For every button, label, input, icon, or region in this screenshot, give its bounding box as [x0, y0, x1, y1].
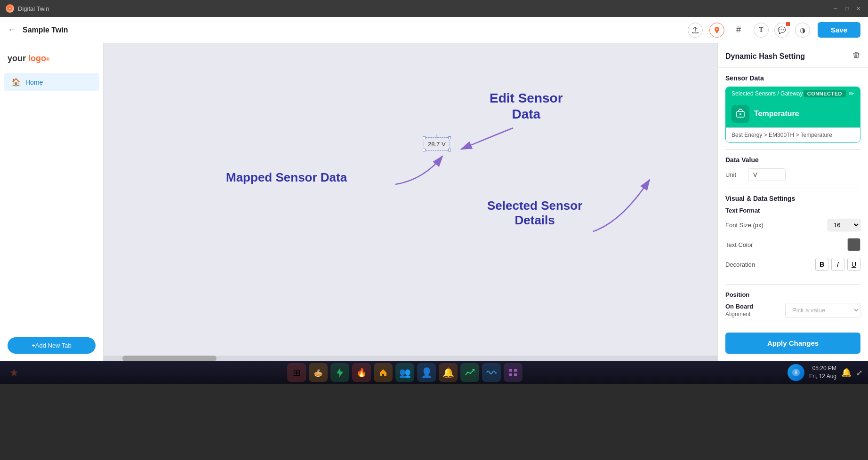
- sensor-value: 28.7 V: [428, 141, 446, 148]
- visual-settings-section: Visual & Data Settings Text Format Font …: [718, 188, 868, 284]
- svg-rect-9: [509, 373, 512, 376]
- taskbar-brand-icon[interactable]: [788, 364, 804, 381]
- annotation-selected: Selected SensorDetails: [487, 198, 582, 228]
- minimize-button[interactable]: ─: [831, 4, 840, 13]
- sensor-card: Selected Sensors / Gateway CONNECTED ✏ T…: [725, 87, 860, 143]
- apply-changes-button[interactable]: Apply Changes: [725, 333, 860, 354]
- decoration-buttons: B I U: [815, 258, 860, 271]
- taskbar-app-wave[interactable]: [482, 363, 501, 382]
- save-button[interactable]: Save: [818, 22, 860, 38]
- sensor-path: Best Energy > EM300TH > Temperature: [726, 127, 860, 142]
- svg-rect-10: [514, 373, 517, 376]
- canvas-arrows: [104, 43, 717, 361]
- text-color-swatch[interactable]: [847, 238, 860, 251]
- sensor-header-text: Selected Sensors / Gateway: [731, 90, 803, 97]
- taskbar-app-grid[interactable]: ⊞: [287, 363, 306, 382]
- font-size-select[interactable]: 16 12 14 18 20 24: [828, 219, 860, 231]
- taskbar: ⊞ 🥧 🔥 👥 👤 🔔 05:20 PM Fri, 12 Aug 🔔: [0, 361, 868, 384]
- position-section: Position On Board Alignment Pick a value…: [718, 285, 868, 329]
- taskbar-app-chart[interactable]: 🥧: [309, 363, 328, 382]
- taskbar-center: ⊞ 🥧 🔥 👥 👤 🔔: [287, 363, 522, 382]
- taskbar-app-trend[interactable]: [460, 363, 479, 382]
- toolbar-left: ← Sample Twin: [8, 25, 680, 35]
- taskbar-expand-icon[interactable]: ⤢: [856, 368, 862, 377]
- taskbar-app-grid2[interactable]: [504, 363, 522, 382]
- font-size-row: Font Size (px) 16 12 14 18 20 24: [725, 219, 860, 231]
- alignment-label: Alignment: [725, 311, 753, 317]
- sidebar-nav-home-label: Home: [25, 79, 43, 86]
- hash-button[interactable]: #: [731, 23, 746, 38]
- taskbar-time: 05:20 PM Fri, 12 Aug: [809, 365, 836, 381]
- decoration-row: Decoration B I U: [725, 258, 860, 271]
- connected-badge: CONNECTED: [804, 90, 846, 97]
- sensor-data-label: Sensor Data: [725, 74, 860, 82]
- panel-header: Dynamic Hash Setting: [718, 43, 868, 68]
- upload-button[interactable]: [688, 23, 703, 38]
- unit-label: Unit: [725, 171, 742, 178]
- panel-title: Dynamic Hash Setting: [725, 52, 805, 61]
- underline-button[interactable]: U: [847, 258, 860, 271]
- toolbar-center-icons: #: [688, 23, 746, 38]
- right-panel: Dynamic Hash Setting Sensor Data Selecte…: [717, 43, 868, 361]
- toolbar-right-icons: T 💬 ◑: [754, 23, 810, 38]
- svg-rect-7: [509, 369, 512, 372]
- panel-delete-button[interactable]: [852, 51, 860, 62]
- logo: your logo®: [0, 49, 103, 73]
- canvas-area: 28.7 V Edit SensorData Mapped Sensor Dat…: [104, 43, 717, 361]
- scrollbar-h[interactable]: [104, 356, 717, 361]
- data-value-section: Data Value Unit: [718, 150, 868, 188]
- contrast-button[interactable]: ◑: [795, 23, 810, 38]
- taskbar-app-user[interactable]: 👤: [417, 363, 436, 382]
- app-title: Digital Twin: [18, 5, 49, 12]
- taskbar-system-icon[interactable]: [6, 364, 23, 381]
- svg-rect-8: [514, 369, 517, 372]
- back-button[interactable]: ←: [8, 25, 16, 35]
- close-button[interactable]: ✕: [854, 4, 862, 13]
- sensor-icon: [731, 105, 749, 123]
- taskbar-app-bolt[interactable]: [330, 363, 349, 382]
- sidebar-bottom: +Add New Tab: [0, 330, 103, 361]
- text-color-row: Text Color: [725, 238, 860, 251]
- resize-handle-bl[interactable]: [423, 149, 426, 151]
- taskbar-app-bell[interactable]: 🔔: [439, 363, 458, 382]
- taskbar-app-home[interactable]: [374, 363, 393, 382]
- chat-button[interactable]: 💬: [774, 23, 789, 38]
- on-board-label: On Board: [725, 303, 753, 310]
- sensor-card-header: Selected Sensors / Gateway CONNECTED ✏: [726, 87, 860, 100]
- text-format-label: Text Format: [725, 207, 860, 214]
- resize-handle-tr[interactable]: [448, 136, 451, 139]
- annotation-mapped: Mapped Sensor Data: [226, 170, 347, 185]
- location-button[interactable]: [709, 23, 724, 38]
- taskbar-app-fire[interactable]: 🔥: [352, 363, 371, 382]
- sensor-name: Temperature: [754, 110, 799, 118]
- sidebar: your logo® 🏠 Home +Add New Tab: [0, 43, 104, 361]
- home-icon: 🏠: [11, 78, 21, 87]
- sidebar-item-home[interactable]: 🏠 Home: [4, 73, 99, 91]
- title-bar: Digital Twin ─ □ ✕: [0, 0, 868, 17]
- italic-button[interactable]: I: [831, 258, 844, 271]
- sensor-edit-icon[interactable]: ✏: [849, 90, 854, 97]
- taskbar-app-users[interactable]: 👥: [395, 363, 414, 382]
- decoration-label: Decoration: [725, 261, 755, 268]
- toolbar: ← Sample Twin # T 💬 ◑ Save: [0, 17, 868, 43]
- bold-button[interactable]: B: [815, 258, 828, 271]
- alignment-select[interactable]: Pick a value Left Center Right: [785, 303, 860, 317]
- taskbar-notification-icon[interactable]: 🔔: [841, 367, 852, 378]
- resize-handle-br[interactable]: [448, 149, 451, 151]
- data-value-row: Unit: [725, 168, 860, 181]
- page-title: Sample Twin: [23, 26, 68, 34]
- sensor-widget[interactable]: 28.7 V: [424, 137, 450, 151]
- annotation-edit-sensor: Edit SensorData: [490, 90, 563, 122]
- resize-handle-tl[interactable]: [423, 136, 426, 139]
- sensor-card-body: Temperature: [726, 100, 860, 127]
- maximize-button[interactable]: □: [843, 4, 851, 13]
- text-color-label: Text Color: [725, 241, 753, 248]
- app-icon: [6, 4, 14, 13]
- text-button[interactable]: T: [754, 23, 769, 38]
- unit-input[interactable]: [748, 168, 786, 181]
- position-label: Position: [725, 291, 860, 298]
- scrollbar-thumb[interactable]: [122, 356, 217, 361]
- add-tab-button[interactable]: +Add New Tab: [8, 337, 96, 354]
- svg-point-5: [739, 113, 741, 115]
- taskbar-left: [6, 364, 23, 381]
